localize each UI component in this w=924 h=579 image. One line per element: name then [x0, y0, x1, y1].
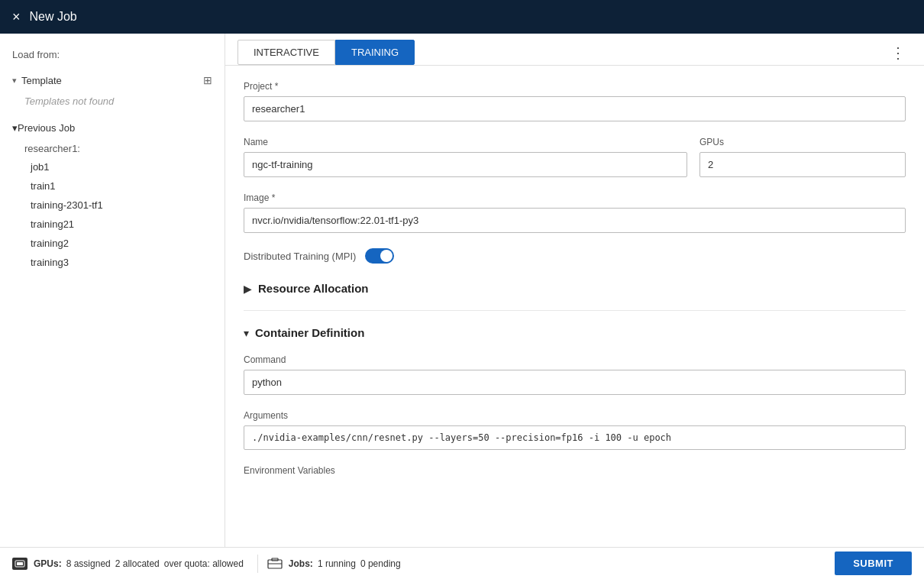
close-button[interactable]: ×: [12, 9, 21, 25]
image-input[interactable]: [244, 208, 906, 233]
command-label: Command: [244, 354, 906, 365]
resource-allocation-label: Resource Allocation: [258, 282, 368, 295]
previous-job-section: ▾ Previous Job researcher1: job1 train1 …: [0, 115, 225, 275]
template-not-found-text: Templates not found: [0, 91, 225, 112]
gpus-allocated-text: 2 allocated: [115, 558, 160, 569]
template-section: ▾ Template ⊞ Templates not found: [0, 66, 225, 115]
name-input[interactable]: [244, 152, 687, 177]
command-input[interactable]: [244, 370, 906, 395]
arguments-group: Arguments: [244, 410, 906, 450]
resource-allocation-header[interactable]: ▶ Resource Allocation: [244, 279, 906, 298]
list-item[interactable]: job1: [0, 157, 225, 176]
list-item[interactable]: training3: [0, 253, 225, 272]
project-label: Project *: [244, 81, 906, 92]
gpus-status-label: GPUs:: [34, 558, 62, 569]
gpu-icon: [12, 558, 27, 570]
template-action-icon[interactable]: ⊞: [203, 74, 212, 86]
project-input[interactable]: [244, 96, 906, 121]
gpus-quota-text: over quota: allowed: [164, 558, 244, 569]
list-item[interactable]: train1: [0, 176, 225, 196]
resource-allocation-chevron-icon: ▶: [244, 283, 252, 295]
tabs-bar: INTERACTIVE TRAINING ⋮: [225, 34, 924, 66]
footer-divider: [257, 555, 258, 573]
container-definition-label: Container Definition: [255, 326, 364, 339]
form-area: Project * Name GPUs Image *: [225, 66, 924, 547]
arguments-input[interactable]: [244, 425, 906, 450]
project-group: Project *: [244, 81, 906, 121]
previous-job-label: Previous Job: [18, 122, 75, 134]
template-section-header[interactable]: ▾ Template ⊞: [0, 70, 225, 91]
command-group: Command: [244, 354, 906, 395]
env-variables-group: Environment Variables: [244, 465, 906, 476]
name-label: Name: [244, 137, 687, 147]
load-from-label: Load from:: [0, 43, 225, 66]
template-section-label: Template: [21, 75, 62, 86]
previous-job-header[interactable]: ▾ Previous Job: [0, 118, 225, 138]
container-definition-header[interactable]: ▾ Container Definition: [244, 323, 906, 342]
right-panel: INTERACTIVE TRAINING ⋮ Project * Name GP…: [225, 34, 924, 547]
submit-button[interactable]: SUBMIT: [835, 552, 912, 575]
distributed-training-toggle[interactable]: [365, 248, 394, 264]
jobs-status-label: Jobs:: [289, 558, 313, 569]
image-group: Image *: [244, 192, 906, 233]
env-variables-label: Environment Variables: [244, 465, 906, 476]
researcher-label: researcher1:: [0, 138, 225, 157]
gpus-group: GPUs: [699, 137, 906, 177]
gpus-label: GPUs: [699, 137, 906, 147]
template-chevron-icon: ▾: [12, 76, 17, 86]
tab-interactive[interactable]: INTERACTIVE: [237, 40, 335, 65]
prev-job-chevron-icon: ▾: [12, 122, 18, 134]
jobs-running-text: 1 running: [318, 558, 356, 569]
app-header: × New Job: [0, 0, 924, 34]
list-item[interactable]: training-2301-tf1: [0, 196, 225, 215]
jobs-icon: [267, 558, 283, 570]
distributed-training-label: Distributed Training (MPI): [244, 251, 356, 262]
name-group: Name: [244, 137, 687, 177]
gpus-input[interactable]: [699, 152, 906, 177]
list-item[interactable]: training21: [0, 215, 225, 234]
section-divider: [244, 310, 906, 311]
name-gpus-row: Name GPUs: [244, 137, 906, 192]
main-layout: Load from: ▾ Template ⊞ Templates not fo…: [0, 34, 924, 547]
more-options-icon[interactable]: ⋮: [884, 40, 912, 65]
container-definition-chevron-icon: ▾: [244, 327, 249, 339]
jobs-pending-text: 0 pending: [360, 558, 401, 569]
page-title: New Job: [30, 10, 77, 24]
image-label: Image *: [244, 192, 906, 203]
gpus-assigned-text: 8 assigned: [66, 558, 111, 569]
arguments-label: Arguments: [244, 410, 906, 421]
tab-training[interactable]: TRAINING: [335, 40, 415, 65]
list-item[interactable]: training2: [0, 234, 225, 253]
svg-rect-1: [17, 562, 23, 565]
sidebar: Load from: ▾ Template ⊞ Templates not fo…: [0, 34, 225, 547]
footer-bar: GPUs: 8 assigned 2 allocated over quota:…: [0, 547, 924, 579]
distributed-training-row: Distributed Training (MPI): [244, 248, 906, 264]
